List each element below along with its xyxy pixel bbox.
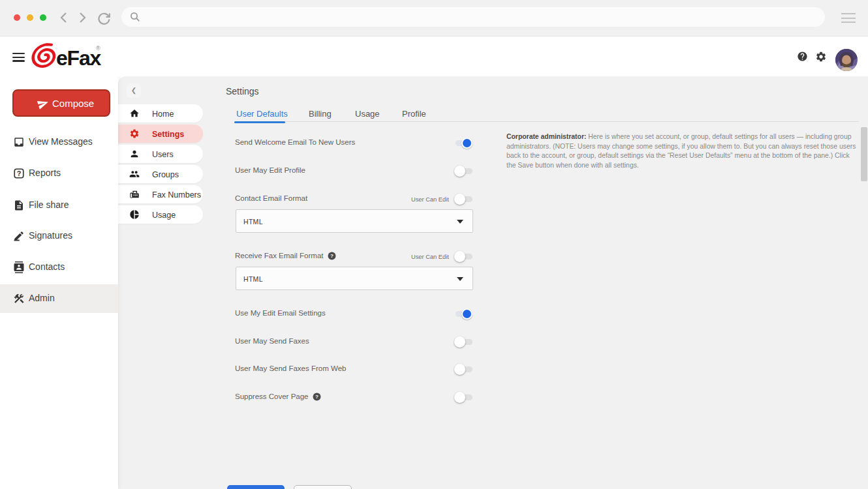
svg-text:eFax: eFax bbox=[56, 46, 102, 70]
svg-text:®: ® bbox=[96, 45, 101, 52]
svg-text:?: ? bbox=[17, 170, 22, 177]
svg-text:?: ? bbox=[330, 253, 333, 259]
svg-text:?: ? bbox=[315, 394, 318, 400]
